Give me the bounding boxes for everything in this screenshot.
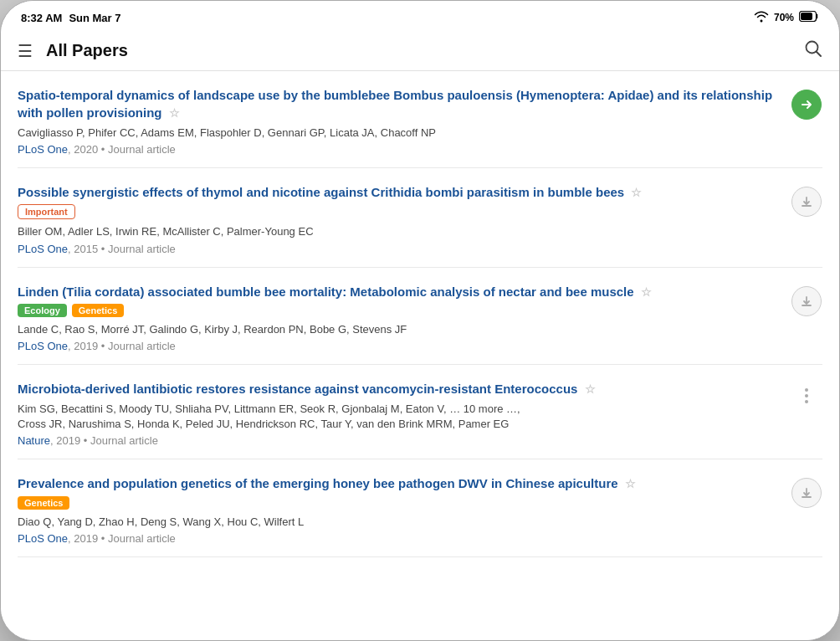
journal-name: PLoS One (18, 143, 68, 156)
svg-line-3 (817, 52, 822, 57)
device-frame: 8:32 AM Sun Mar 7 70% (0, 0, 840, 641)
journal-name: PLoS One (18, 532, 68, 545)
table-row: Prevalence and population genetics of th… (18, 459, 822, 557)
paper-tags: Ecology Genetics (18, 304, 781, 317)
dot (805, 394, 808, 397)
table-row: Spatio-temporal dynamics of landscape us… (18, 71, 822, 168)
paper-authors: Kim SG, Becattini S, Moody TU, Shliaha P… (18, 402, 781, 432)
paper-content: Spatio-temporal dynamics of landscape us… (18, 86, 781, 156)
paper-content: Possible synergistic effects of thymol a… (18, 183, 781, 255)
paper-content: Microbiota-derived lantibiotic restores … (18, 380, 781, 447)
paper-meta: Nature, 2019 • Journal article (18, 434, 781, 447)
paper-title[interactable]: Possible synergistic effects of thymol a… (18, 183, 781, 202)
paper-list: Spatio-temporal dynamics of landscape us… (1, 71, 839, 640)
paper-authors: Biller OM, Adler LS, Irwin RE, McAlliste… (18, 224, 781, 239)
paper-tags: Genetics (18, 496, 781, 510)
wifi-icon (754, 11, 769, 25)
paper-meta: PLoS One, 2020 • Journal article (18, 143, 781, 156)
table-row: Linden (Tilia cordata) associated bumble… (18, 268, 822, 366)
page-title: All Papers (46, 41, 128, 60)
search-icon[interactable] (804, 39, 822, 62)
paper-title[interactable]: Linden (Tilia cordata) associated bumble… (18, 283, 781, 301)
download-button[interactable] (791, 478, 822, 508)
paper-tags: Important (18, 204, 781, 219)
star-icon[interactable]: ☆ (641, 285, 652, 299)
table-row: Microbiota-derived lantibiotic restores … (18, 365, 822, 459)
paper-authors: Diao Q, Yang D, Zhao H, Deng S, Wang X, … (18, 515, 781, 530)
paper-content: Linden (Tilia cordata) associated bumble… (18, 283, 781, 353)
table-row: Possible synergistic effects of thymol a… (18, 168, 822, 268)
paper-title[interactable]: Spatio-temporal dynamics of landscape us… (18, 86, 781, 122)
paper-action (791, 383, 822, 408)
star-icon[interactable]: ☆ (625, 477, 636, 490)
status-bar: 8:32 AM Sun Mar 7 70% (1, 1, 839, 31)
tag-ecology[interactable]: Ecology (18, 304, 67, 317)
status-right: 70% (754, 11, 819, 25)
battery-icon (799, 11, 819, 24)
tag-important[interactable]: Important (18, 204, 75, 219)
time: 8:32 AM (21, 12, 62, 24)
paper-meta: PLoS One, 2019 • Journal article (18, 340, 781, 352)
paper-action (791, 90, 822, 120)
star-icon[interactable]: ☆ (169, 106, 180, 120)
paper-meta: PLoS One, 2019 • Journal article (18, 532, 781, 545)
journal-name: Nature (18, 434, 50, 447)
dot (805, 400, 808, 403)
battery-percent: 70% (774, 12, 794, 23)
paper-authors: Cavigliasso P, Phifer CC, Adams EM, Flas… (18, 126, 781, 141)
paper-title[interactable]: Prevalence and population genetics of th… (18, 474, 781, 493)
journal-name: PLoS One (18, 243, 68, 255)
journal-name: PLoS One (18, 340, 68, 352)
download-button[interactable] (791, 286, 822, 316)
star-icon[interactable]: ☆ (585, 382, 596, 396)
paper-action (791, 286, 822, 316)
star-icon[interactable]: ☆ (631, 186, 642, 199)
paper-action (791, 478, 822, 508)
header-left: ☰ All Papers (18, 41, 128, 61)
open-button[interactable] (791, 90, 822, 120)
svg-rect-1 (801, 13, 812, 20)
paper-content: Prevalence and population genetics of th… (18, 474, 781, 545)
tag-genetics[interactable]: Genetics (72, 304, 124, 317)
paper-authors: Lande C, Rao S, Morré JT, Galindo G, Kir… (18, 322, 781, 337)
menu-icon[interactable]: ☰ (18, 41, 33, 61)
dot (805, 388, 808, 392)
tag-genetics[interactable]: Genetics (18, 496, 69, 510)
status-left: 8:32 AM Sun Mar 7 (21, 12, 121, 24)
app-header: ☰ All Papers (1, 31, 839, 71)
paper-title[interactable]: Microbiota-derived lantibiotic restores … (18, 380, 781, 398)
download-button[interactable] (791, 187, 822, 217)
paper-meta: PLoS One, 2015 • Journal article (18, 243, 781, 255)
more-options-button[interactable] (800, 383, 813, 408)
paper-action (791, 187, 822, 217)
date: Sun Mar 7 (69, 12, 120, 24)
